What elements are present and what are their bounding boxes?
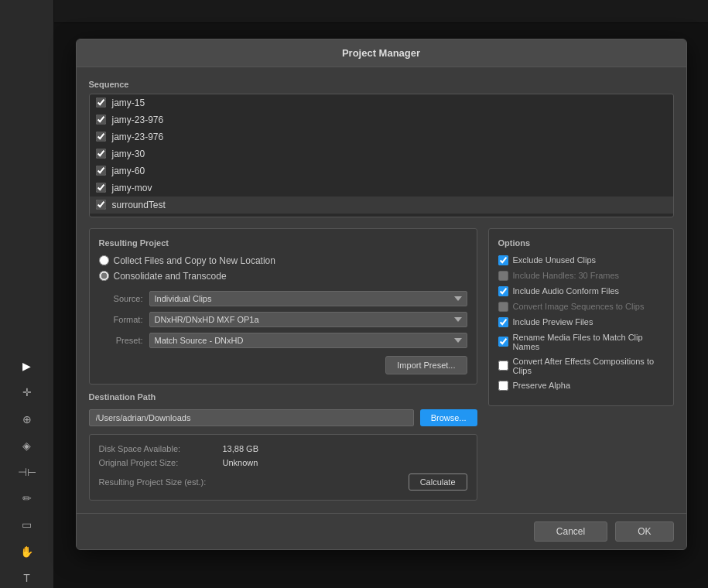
- option-convert-ae-checkbox[interactable]: [498, 361, 508, 371]
- rect-icon[interactable]: ▭: [15, 514, 39, 535]
- format-label: Format:: [99, 315, 149, 324]
- preset-select[interactable]: Match Source - DNxHD: [149, 333, 467, 348]
- sequence-checkbox-surroundtest[interactable]: [96, 200, 106, 210]
- bottom-section: Resulting Project Collect Files and Copy…: [89, 228, 674, 501]
- hand-icon[interactable]: ✋: [15, 542, 39, 562]
- disk-original-value: Unknown: [223, 458, 258, 467]
- sequence-list: jamy-15 jamy-23-976 jamy-23-976 jamy-30 …: [89, 94, 674, 217]
- dialog-body: Sequence jamy-15 jamy-23-976 jamy-23-976…: [77, 67, 686, 513]
- radio-collect-input[interactable]: [99, 255, 109, 265]
- pen-icon[interactable]: ✏: [15, 488, 39, 508]
- radio-collect[interactable]: Collect Files and Copy to New Location: [99, 255, 467, 266]
- sequence-checkbox-jamy23-976-1[interactable]: [96, 115, 106, 125]
- option-preserve-alpha[interactable]: Preserve Alpha: [498, 381, 664, 391]
- calculate-button[interactable]: Calculate: [409, 473, 467, 491]
- sequence-item[interactable]: jamy-15: [90, 94, 673, 111]
- sequence-item[interactable]: surroundTest: [90, 197, 673, 214]
- disk-available-label: Disk Space Available:: [99, 444, 223, 453]
- move-icon[interactable]: ✛: [15, 382, 39, 402]
- option-convert-image-seq-checkbox[interactable]: [498, 302, 508, 312]
- sequence-name-surroundtest: surroundTest: [112, 200, 166, 210]
- sequence-name-jamy15: jamy-15: [112, 97, 145, 108]
- option-include-handles-checkbox[interactable]: [498, 271, 508, 281]
- option-rename-media-checkbox[interactable]: [498, 337, 508, 347]
- radio-group: Collect Files and Copy to New Location C…: [99, 255, 467, 282]
- source-select[interactable]: Individual Clips: [149, 291, 467, 306]
- right-panel: Options Exclude Unused Clips Include Han…: [488, 228, 674, 501]
- destination-path-input[interactable]: /Users/adrian/Downloads: [89, 409, 414, 426]
- option-convert-ae[interactable]: Convert After Effects Compositions to Cl…: [498, 357, 664, 375]
- sequence-item[interactable]: jamy-30: [90, 145, 673, 162]
- browse-button[interactable]: Browse...: [420, 409, 477, 426]
- destination-section: Destination Path /Users/adrian/Downloads…: [89, 392, 477, 426]
- options-box: Options Exclude Unused Clips Include Han…: [488, 228, 674, 406]
- trim-icon[interactable]: ⊣⊢: [15, 462, 39, 482]
- sequence-name-jamymov: jamy-mov: [112, 183, 152, 193]
- format-row: Format: DNxHR/DNxHD MXF OP1a: [99, 312, 467, 327]
- sequence-label: Sequence: [89, 80, 674, 89]
- eraser-icon[interactable]: ◈: [15, 436, 39, 456]
- option-rename-media[interactable]: Rename Media Files to Match Clip Names: [498, 333, 664, 351]
- option-include-audio-checkbox[interactable]: [498, 286, 508, 296]
- preset-row: Preset: Match Source - DNxHD: [99, 333, 467, 348]
- option-rename-media-label: Rename Media Files to Match Clip Names: [513, 333, 664, 351]
- sequence-name-jamy60: jamy-60: [112, 166, 145, 176]
- dialog-title: Project Manager: [77, 39, 686, 67]
- option-exclude-unused-checkbox[interactable]: [498, 255, 508, 265]
- option-include-handles-label: Include Handles: 30 Frames: [513, 271, 620, 280]
- ok-button[interactable]: OK: [615, 521, 673, 542]
- option-include-preview-checkbox[interactable]: [498, 317, 508, 327]
- cancel-button[interactable]: Cancel: [534, 521, 607, 542]
- sequence-checkbox-jamy15[interactable]: [96, 97, 106, 108]
- resulting-project-box: Resulting Project Collect Files and Copy…: [89, 228, 477, 385]
- dialog-footer: Cancel OK: [77, 513, 686, 549]
- disk-original-row: Original Project Size: Unknown: [99, 458, 467, 467]
- sequence-item[interactable]: jamy-mov: [90, 179, 673, 197]
- sequence-name-jamy23-976-2: jamy-23-976: [112, 132, 164, 142]
- disk-available-row: Disk Space Available: 13,88 GB: [99, 444, 467, 453]
- format-select[interactable]: DNxHR/DNxHD MXF OP1a: [149, 312, 467, 327]
- option-include-preview[interactable]: Include Preview Files: [498, 317, 664, 327]
- text-icon[interactable]: T: [15, 568, 39, 588]
- arrow-icon[interactable]: ▶: [15, 356, 39, 376]
- disk-space-section: Disk Space Available: 13,88 GB Original …: [89, 434, 477, 501]
- preset-label: Preset:: [99, 336, 149, 345]
- disk-original-label: Original Project Size:: [99, 458, 223, 467]
- option-preserve-alpha-checkbox[interactable]: [498, 381, 508, 391]
- radio-consolidate-input[interactable]: [99, 271, 109, 281]
- option-exclude-unused[interactable]: Exclude Unused Clips: [498, 255, 664, 265]
- dest-row: /Users/adrian/Downloads Browse...: [89, 409, 477, 426]
- radio-collect-label: Collect Files and Copy to New Location: [114, 255, 275, 266]
- sequence-item[interactable]: jamy-60: [90, 162, 673, 179]
- sequence-item[interactable]: jamy-23-976: [90, 111, 673, 128]
- option-include-audio-label: Include Audio Conform Files: [513, 286, 620, 296]
- project-manager-dialog: Project Manager Sequence jamy-15 jamy-23…: [76, 39, 687, 550]
- dialog-overlay: Project Manager Sequence jamy-15 jamy-23…: [54, 0, 708, 588]
- sequence-name-jamy23-976-1: jamy-23-976: [112, 115, 164, 125]
- option-exclude-unused-label: Exclude Unused Clips: [513, 255, 597, 265]
- sequence-item[interactable]: jamy-23-976: [90, 128, 673, 145]
- sequence-checkbox-jamy23-976-2[interactable]: [96, 132, 106, 142]
- option-include-audio[interactable]: Include Audio Conform Files: [498, 286, 664, 296]
- destination-label: Destination Path: [89, 392, 477, 402]
- toolbar-left: ▶ ✛ ⊕ ◈ ⊣⊢ ✏ ▭ ✋ T: [0, 0, 54, 588]
- pan-icon[interactable]: ⊕: [15, 409, 39, 429]
- option-include-handles[interactable]: Include Handles: 30 Frames: [498, 271, 664, 281]
- radio-consolidate[interactable]: Consolidate and Transcode: [99, 271, 467, 282]
- radio-consolidate-label: Consolidate and Transcode: [114, 271, 227, 282]
- option-convert-image-seq[interactable]: Convert Image Sequences to Clips: [498, 302, 664, 312]
- sequence-checkbox-jamy30[interactable]: [96, 149, 106, 159]
- source-label: Source:: [99, 294, 149, 303]
- sequence-checkbox-jamy60[interactable]: [96, 166, 106, 176]
- sequence-name-jamy30: jamy-30: [112, 149, 145, 159]
- resulting-project-label: Resulting Project: [99, 238, 467, 248]
- option-preserve-alpha-label: Preserve Alpha: [513, 381, 571, 390]
- calc-row: Resulting Project Size (est.): Calculate: [99, 473, 467, 491]
- option-convert-ae-label: Convert After Effects Compositions to Cl…: [513, 357, 664, 375]
- sequence-checkbox-jamymov[interactable]: [96, 183, 106, 193]
- disk-available-value: 13,88 GB: [223, 444, 258, 453]
- source-row: Source: Individual Clips: [99, 291, 467, 306]
- import-preset-button[interactable]: Import Preset...: [385, 356, 467, 374]
- left-panel: Resulting Project Collect Files and Copy…: [89, 228, 477, 501]
- options-label: Options: [498, 238, 664, 248]
